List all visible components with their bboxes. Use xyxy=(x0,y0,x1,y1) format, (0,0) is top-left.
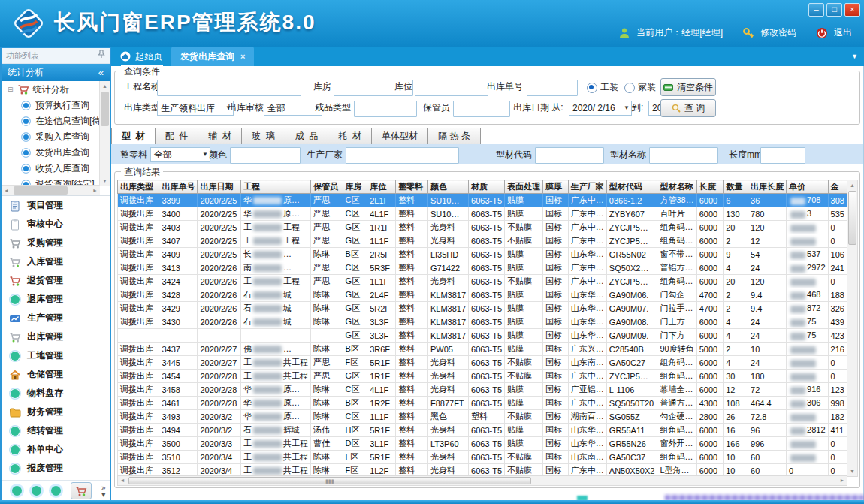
sidebar-module-8[interactable]: 工地管理 xyxy=(2,346,110,365)
profile-code-input[interactable] xyxy=(535,147,604,164)
sidebar-module-1[interactable]: 审核中心 xyxy=(2,215,110,234)
tree-item-4[interactable]: 收货入库查询 xyxy=(2,161,110,177)
sidebar-module-11[interactable]: 财务管理 xyxy=(2,403,110,421)
table-row[interactable]: 调拨出库34612020/2/28华原…陈琳B区1R2F整料F8877FT606… xyxy=(118,397,847,410)
sidebar-module-5[interactable]: 退库管理 xyxy=(2,290,110,309)
color-input[interactable] xyxy=(230,147,301,164)
cart-button[interactable] xyxy=(71,482,92,499)
table-row[interactable]: 调拨出库33992020/2/25华原…严思C区2L1F整料SU10…6063-… xyxy=(118,194,847,207)
length-input[interactable] xyxy=(760,147,805,164)
column-header[interactable]: 工程 xyxy=(240,180,310,194)
scroll-left-icon[interactable]: ◄ xyxy=(2,186,11,195)
column-header[interactable]: 出库日期 xyxy=(198,180,241,194)
column-header[interactable]: 出库单号 xyxy=(159,180,198,194)
tree-item-2[interactable]: 采购入库查询 xyxy=(2,129,110,145)
radio-jiazhuang[interactable]: 家装 xyxy=(624,81,656,94)
table-row[interactable]: 调拨出库34302020/2/26石城陈琳G区3L3F整料KLM38176063… xyxy=(118,315,847,329)
table-row[interactable]: 调拨出库34092020/2/25长…陈琳B区2R5F整料LI35HD6063-… xyxy=(118,248,847,261)
column-header[interactable]: 整零料 xyxy=(396,180,428,194)
sidebar-module-4[interactable]: 退货管理 xyxy=(2,271,110,290)
sidebar-module-6[interactable]: 生产管理 xyxy=(2,309,110,327)
column-header[interactable]: 金 xyxy=(828,180,847,194)
tree-vertical-scrollbar[interactable]: ▲ ▼ xyxy=(99,81,110,186)
table-row[interactable]: 调拨出库34372020/2/27佛…陈琳B区3R6F整料PW056063-T5… xyxy=(118,343,847,356)
material-tab-7[interactable]: 隔 热 条 xyxy=(428,128,481,145)
sidebar-module-0[interactable]: 项目管理 xyxy=(2,196,110,215)
column-header[interactable]: 单价 xyxy=(787,180,828,194)
scrollbar-thumb[interactable] xyxy=(14,186,68,195)
table-row[interactable]: 调拨出库34072020/2/25工工程严思G区1L1F整料光身料6063-T5… xyxy=(118,234,847,248)
column-header[interactable]: 库房 xyxy=(343,180,367,194)
tree-root[interactable]: ⊟ 统计分析 xyxy=(2,81,110,98)
table-row[interactable]: 调拨出库34942020/3/2石辉城汤伟H区5R1F整料光身料6063-T5贴… xyxy=(118,424,847,437)
column-header[interactable]: 长度 xyxy=(696,180,724,194)
close-button[interactable]: × xyxy=(844,3,860,17)
column-header[interactable]: 材质 xyxy=(469,180,505,194)
material-tab-3[interactable]: 玻 璃 xyxy=(242,128,285,145)
column-header[interactable]: 颜色 xyxy=(427,180,468,194)
date-from-picker[interactable]: 2020/ 2/16▼ xyxy=(569,101,632,116)
material-tab-4[interactable]: 成 品 xyxy=(285,128,329,145)
sidebar-module-9[interactable]: 仓储管理 xyxy=(2,365,110,384)
sidebar-module-12[interactable]: 结转管理 xyxy=(2,421,110,440)
sidebar-module-2[interactable]: 采购管理 xyxy=(2,234,110,252)
scrollbar-thumb[interactable] xyxy=(101,92,109,126)
scroll-right-icon[interactable]: ► xyxy=(90,186,100,195)
column-header[interactable]: 表面处理 xyxy=(505,180,543,194)
column-header[interactable]: 生产厂家 xyxy=(568,180,606,194)
sidebar-module-13[interactable]: 补单中心 xyxy=(2,440,110,459)
material-tab-0[interactable]: 型 材 xyxy=(111,128,156,145)
material-tab-5[interactable]: 耗 材 xyxy=(328,128,372,145)
module-dot-button[interactable] xyxy=(51,486,61,496)
column-header[interactable]: 库位 xyxy=(367,180,396,194)
material-tab-6[interactable]: 单体型材 xyxy=(372,128,428,145)
table-vertical-scrollbar[interactable]: ▲ ▼ xyxy=(847,180,858,477)
scroll-up-icon[interactable]: ▲ xyxy=(100,81,110,91)
tab-start-page[interactable]: 起始页 xyxy=(111,47,171,66)
column-header[interactable]: 型材代码 xyxy=(606,180,657,194)
logout-button[interactable]: 退出 xyxy=(834,26,852,39)
scroll-up-icon[interactable]: ▲ xyxy=(847,180,857,190)
minimize-button[interactable]: – xyxy=(808,3,824,17)
tree-item-1[interactable]: 在途信息查询[待 xyxy=(2,113,110,129)
table-row[interactable]: 调拨出库34542020/2/28工共工程严思G区1R1F整料光身料6063-T… xyxy=(118,370,847,383)
tab-overflow-icon[interactable]: ▼ xyxy=(851,53,858,60)
scroll-right-icon[interactable]: ► xyxy=(838,476,847,485)
material-tab-2[interactable]: 辅 材 xyxy=(198,128,242,145)
sidebar-module-3[interactable]: 入库管理 xyxy=(2,252,110,271)
tab-close-icon[interactable]: × xyxy=(240,52,245,61)
table-row[interactable]: 调拨出库35102020/3/4工共工程陈琳F区5R1F整料光身料6063-T5… xyxy=(118,451,847,464)
table-horizontal-scrollbar[interactable]: ◄ ▮▮▮ ► xyxy=(117,475,847,486)
column-header[interactable]: 出库类型 xyxy=(118,180,159,194)
product-type-input[interactable] xyxy=(354,101,417,117)
module-dot-button[interactable] xyxy=(32,486,41,496)
manufacturer-input[interactable] xyxy=(346,147,459,164)
profile-name-input[interactable] xyxy=(649,147,718,164)
clear-conditions-button[interactable]: 清空条件 xyxy=(660,78,716,96)
tab-shipping-outbound-query[interactable]: 发货出库查询× xyxy=(171,47,254,66)
table-row[interactable]: 调拨出库34002020/2/25华原…严思C区4L1F整料SU10…6063-… xyxy=(118,207,847,221)
scroll-down-icon[interactable]: ▼ xyxy=(847,466,857,476)
column-header[interactable]: 型材名称 xyxy=(657,180,696,194)
table-row[interactable]: 调拨出库34582020/2/28华原…陈琳C区4L1F整料光身料6063-T5… xyxy=(118,383,847,397)
sidebar-module-14[interactable]: 报废管理 xyxy=(2,459,110,478)
scrollbar-thumb[interactable]: ▮▮▮ xyxy=(128,477,531,484)
table-row[interactable]: 调拨出库35002020/3/3工共工程曹佳D区3L1F整料LT3P606063… xyxy=(118,437,847,451)
maximize-button[interactable]: □ xyxy=(826,3,842,17)
more-modules-button[interactable]: »▾ xyxy=(101,484,106,498)
table-row[interactable]: 调拨出库34282020/2/26石城陈琳G区2L4F整料KLM38176063… xyxy=(118,288,847,302)
scroll-left-icon[interactable]: ◄ xyxy=(118,476,127,485)
scrollbar-thumb[interactable] xyxy=(848,191,856,245)
sidebar-module-10[interactable]: 物料盘存 xyxy=(2,384,110,403)
table-row[interactable]: 调拨出库34132020/2/26南…严思C区5R3F整料G714226063-… xyxy=(118,261,847,275)
table-row[interactable]: 调拨出库34032020/2/25工工程严思G区1R1F整料光身料6063-T5… xyxy=(118,221,847,234)
tree-horizontal-scrollbar[interactable]: ◄ ► xyxy=(2,185,100,195)
table-row[interactable]: 调拨出库34242020/2/26工工程严思G区1L1F整料光身料6063-T5… xyxy=(118,275,847,288)
table-row[interactable]: 调拨出库34932020/3/2华原…陈琳C区1L1F整料黑色塑料不贴膜国标湖南… xyxy=(118,410,847,424)
pin-icon[interactable] xyxy=(98,48,105,63)
tree-expander-icon[interactable]: ⊟ xyxy=(8,86,14,93)
table-row[interactable]: 调拨出库34292020/2/26石城陈琳G区5R2F整料KLM38176063… xyxy=(118,302,847,315)
project-name-input[interactable] xyxy=(157,80,301,96)
material-tab-1[interactable]: 配 件 xyxy=(156,128,199,145)
change-password-link[interactable]: 修改密码 xyxy=(760,26,796,39)
